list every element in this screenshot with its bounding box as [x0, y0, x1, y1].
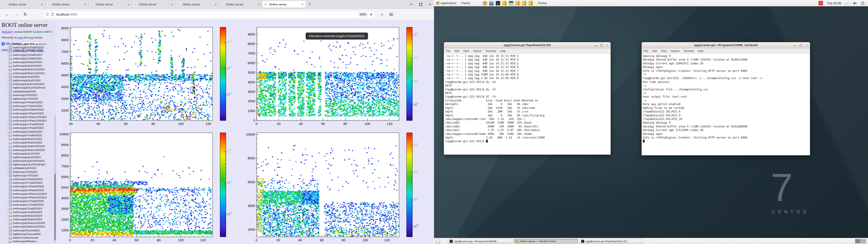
- tab-close-icon[interactable]: ×: [257, 2, 260, 6]
- json-link[interactable]: json: [18, 36, 23, 39]
- histogram-1d-icon: [9, 130, 12, 133]
- tree-item-label: lowEnergyEyYTotalDSSD1: [13, 50, 44, 53]
- browser-tab[interactable]: Online server×: [89, 1, 132, 8]
- histogram-1d-icon: [9, 72, 12, 74]
- terminal-close-icon[interactable]: ×: [607, 43, 608, 47]
- taskbar-button[interactable]: Online server — Mozilla Firefox: [514, 239, 578, 244]
- terminal-titlebar[interactable]: npg@carme-gsi:/TapeData/G22-201×: [444, 42, 611, 48]
- taskbar-button[interactable]: npg@carme-gsi:~/Programs/CARME...: [448, 239, 512, 244]
- terminal-menubar: FileEditViewSearchTerminalHelp: [642, 48, 810, 54]
- workspace-switcher[interactable]: [855, 239, 866, 243]
- app-menu-icon[interactable]: [390, 13, 393, 16]
- zoom-level-badge[interactable]: 90%: [359, 12, 368, 17]
- browser-tab[interactable]: Online server×: [176, 1, 219, 8]
- browser-tab[interactable]: Online server×: [132, 1, 176, 8]
- close-button[interactable]: ×: [429, 3, 431, 6]
- terminal-menu-edit[interactable]: Edit: [452, 50, 461, 53]
- back-button[interactable]: ←: [5, 12, 9, 17]
- firefox-launcher-icon[interactable]: [483, 1, 487, 5]
- applications-menu[interactable]: Applications: [434, 0, 459, 6]
- show-desktop-button[interactable]: [436, 239, 440, 244]
- midas-launcher-icon[interactable]: [502, 1, 507, 5]
- browser-tab[interactable]: Online server×: [219, 1, 262, 8]
- terminal-close-icon[interactable]: ×: [806, 43, 807, 47]
- power-icon[interactable]: [861, 1, 865, 5]
- browser-tab[interactable]: Online server×: [262, 1, 306, 8]
- reload-button[interactable]: ↻: [24, 12, 27, 17]
- active-window-label[interactable]: Firefox: [538, 1, 547, 5]
- terminal-menu-terminal[interactable]: Terminal: [484, 50, 498, 53]
- histogram-2d-icon: [9, 152, 12, 155]
- taskbar-button-label: npg@carme-gsi:~/Programs/CARME...: [454, 240, 499, 243]
- new-tab-button[interactable]: +: [306, 2, 313, 7]
- terminal-body[interactable]: -rw-r--r--. 1 npg npg 64K Jun 10 21:31 R…: [444, 54, 611, 144]
- terminal-menu-file[interactable]: File: [444, 50, 452, 53]
- histogram-pad-top-left[interactable]: [58, 24, 236, 128]
- terminal-window-tapedata[interactable]: npg@carme-gsi:/TapeData/G22-201×FileEdit…: [444, 42, 611, 155]
- files-launcher-icon[interactable]: [489, 1, 494, 5]
- tab-close-icon[interactable]: ×: [127, 2, 130, 6]
- xml-link[interactable]: xml: [29, 36, 33, 39]
- tree-item-label: lowEnergyXYDSSD2: [13, 94, 37, 96]
- terminal-minimize-icon[interactable]: [594, 45, 596, 46]
- midas-launcher-icon[interactable]: [515, 1, 520, 5]
- tab-close-icon[interactable]: ×: [301, 2, 304, 6]
- browser-tab[interactable]: Online server×: [2, 1, 45, 8]
- terminal-menu-view[interactable]: View: [461, 50, 471, 53]
- url-bar[interactable]: localhost:8085 90% ★: [43, 11, 375, 18]
- terminal-launcher-icon[interactable]: >_: [496, 1, 500, 5]
- tab-close-icon[interactable]: ×: [40, 2, 43, 6]
- volume-muted-icon[interactable]: [853, 1, 857, 5]
- terminal-menu-search[interactable]: Search: [669, 50, 682, 53]
- terminal-line: [npg@carme-gsi build]$ ./AIDASort -c ../…: [643, 77, 809, 80]
- minimize-button[interactable]: [410, 4, 412, 4]
- terminal-maximize-icon[interactable]: [600, 44, 602, 46]
- taskbar-button[interactable]: npg@carme-gsi:/TapeData/G22-201: [579, 239, 644, 244]
- histogram-pad-bottom-left[interactable]: [58, 130, 236, 244]
- workspace-2[interactable]: [861, 239, 866, 243]
- places-menu[interactable]: Places: [459, 0, 473, 6]
- terminal-menu-search[interactable]: Search: [471, 50, 484, 53]
- panel-clock[interactable]: Tue 03:58: [827, 1, 841, 5]
- page-info-icon[interactable]: [51, 13, 54, 16]
- jsroot-link[interactable]: JSROOT: [2, 30, 13, 33]
- terminal-maximize-icon[interactable]: [800, 44, 802, 46]
- histogram-pad-bottom-right[interactable]: [244, 130, 423, 244]
- terminal-menu-help[interactable]: Help: [498, 50, 508, 53]
- scrollbar-thumb[interactable]: [54, 174, 56, 240]
- histogram-1d-icon: [9, 240, 12, 243]
- forward-button[interactable]: →: [14, 12, 19, 17]
- workspace-1[interactable]: [855, 239, 860, 243]
- tree-item-label: lowEnergyExRate1sDSSD3: [13, 225, 45, 228]
- notification-badge-icon[interactable]: »: [818, 1, 823, 5]
- sidebar-scrollbar[interactable]: [54, 115, 56, 243]
- overflow-menu-button[interactable]: »: [381, 12, 383, 17]
- terminal-menu-view[interactable]: View: [659, 50, 669, 53]
- histogram-pad-top-right[interactable]: [244, 24, 423, 128]
- histogram-1d-icon: [9, 138, 12, 140]
- scanner-launcher-icon[interactable]: [509, 1, 513, 5]
- terminal-line: [npg@carme-gsi G22-201]$ du -sh: [445, 80, 610, 84]
- terminal-minimize-icon[interactable]: [794, 45, 796, 46]
- terminal-menu-terminal[interactable]: Terminal: [682, 50, 696, 53]
- terminal-titlebar[interactable]: npg@carme-gsi:~/Programs/CARME_Sort/buil…: [642, 42, 810, 48]
- hierarchy-line: Hierarchy in json and xml format: [2, 36, 56, 39]
- terminal-menu-help[interactable]: Help: [696, 50, 706, 53]
- terminal-line: ^C: [643, 73, 809, 77]
- tree-item-label: lowEnergyHitPattern: [13, 240, 37, 243]
- network-status-icon[interactable]: ?: [845, 1, 849, 5]
- tab-close-icon[interactable]: ×: [214, 2, 217, 6]
- tab-close-icon[interactable]: ×: [170, 2, 174, 6]
- midas-launcher-icon[interactable]: [522, 1, 526, 5]
- terminal-line: /dev/mapper/centos00-home 399G 70G 330G …: [445, 132, 610, 136]
- terminal-window-carme-sort[interactable]: npg@carme-gsi:~/Programs/CARME_Sort/buil…: [642, 42, 810, 155]
- terminal-menu-edit[interactable]: Edit: [650, 50, 659, 53]
- tab-close-icon[interactable]: ×: [84, 2, 87, 6]
- browser-tab[interactable]: Online server×: [45, 1, 89, 8]
- terminal-menu-file[interactable]: File: [642, 50, 650, 53]
- midas-launcher-icon[interactable]: [528, 1, 533, 5]
- maximize-button[interactable]: [419, 3, 422, 6]
- bookmark-star-icon[interactable]: ★: [370, 12, 373, 17]
- terminal-body[interactable]: Opening dataspy 0dataSpy Shared buffer a…: [642, 54, 810, 144]
- histogram-2d-icon: [9, 159, 12, 162]
